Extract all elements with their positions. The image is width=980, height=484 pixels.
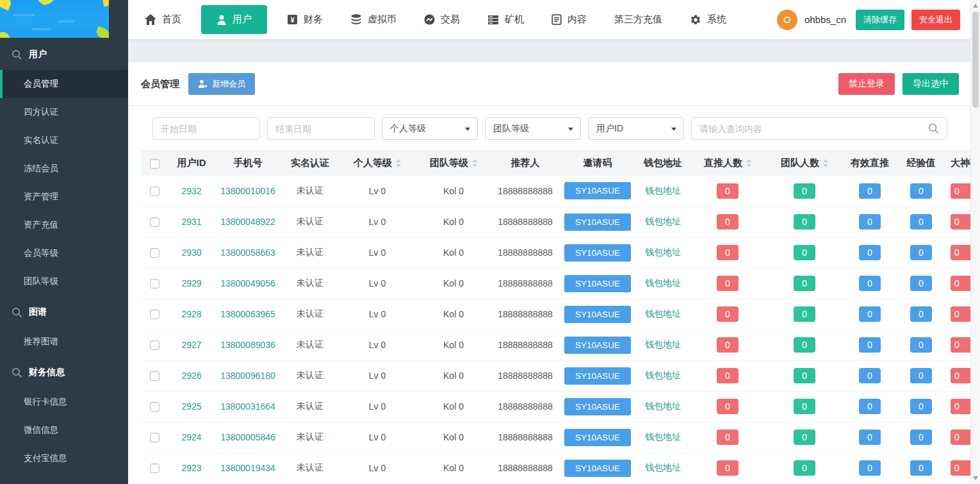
- table-row: 2929 13800049056 未认证 Lv 0 Kol 0 18888888…: [141, 268, 970, 299]
- valid-direct-badge: 0: [859, 183, 881, 199]
- row-checkbox[interactable]: [150, 371, 159, 381]
- sidebar-item-asset-recharge[interactable]: 资产充值: [0, 211, 128, 239]
- sort-icon[interactable]: [396, 159, 401, 167]
- wallet-address-link[interactable]: 钱包地址: [645, 216, 681, 226]
- row-checkbox[interactable]: [150, 433, 159, 442]
- sort-icon[interactable]: [823, 159, 828, 167]
- nav-item-virtual-currency[interactable]: 虚拟币: [343, 7, 404, 32]
- ban-login-button[interactable]: 禁止登录: [838, 73, 895, 95]
- personal-level-select[interactable]: 个人等级: [382, 117, 478, 140]
- nav-item-finance[interactable]: ¥ 财务: [279, 7, 331, 32]
- scrollbar-thumb[interactable]: [972, 12, 979, 108]
- invite-code-button[interactable]: SY10ASUE: [564, 398, 631, 415]
- user-id-link[interactable]: 2931: [181, 217, 201, 227]
- wallet-address-link[interactable]: 钱包地址: [645, 431, 681, 442]
- team-count-badge: 0: [794, 430, 815, 445]
- referrer-value: 18888888888: [498, 186, 553, 196]
- wallet-address-link[interactable]: 钱包地址: [645, 370, 681, 380]
- invite-code-button[interactable]: SY10ASUE: [564, 244, 631, 262]
- scroll-down-arrow-icon[interactable]: [973, 476, 978, 480]
- sidebar-item-referral-graph[interactable]: 推荐图谱: [0, 328, 128, 356]
- team-level-select[interactable]: 团队等级: [485, 117, 581, 140]
- wallet-address-link[interactable]: 钱包地址: [645, 185, 681, 196]
- row-checkbox[interactable]: [150, 463, 159, 473]
- add-member-button[interactable]: 新增会员: [188, 73, 255, 95]
- invite-code-button[interactable]: SY10ASUE: [564, 367, 631, 385]
- direct-count-badge: 0: [717, 214, 739, 229]
- nav-item-third-party-recharge[interactable]: 第三方充值: [607, 7, 670, 32]
- row-checkbox[interactable]: [150, 248, 159, 258]
- invite-code-button[interactable]: SY10ASUE: [564, 337, 631, 354]
- search-field-select[interactable]: 用户ID: [588, 117, 684, 140]
- select-all-checkbox[interactable]: [150, 159, 159, 169]
- miner-badge: 0: [951, 368, 970, 383]
- wallet-address-link[interactable]: 钱包地址: [645, 247, 681, 257]
- start-date-input[interactable]: [152, 117, 260, 140]
- sidebar-item-member-level[interactable]: 会员等级: [0, 239, 128, 267]
- table-row: 2923 13800019434 未认证 Lv 0 Kol 0 18888888…: [141, 453, 970, 483]
- wallet-address-link[interactable]: 钱包地址: [645, 278, 681, 288]
- team-count-badge: 0: [794, 460, 815, 476]
- nav-item-content[interactable]: 内容: [544, 7, 594, 32]
- row-checkbox[interactable]: [150, 217, 159, 227]
- nav-item-home[interactable]: 首页: [137, 7, 189, 32]
- sidebar-section-header-users[interactable]: 用户: [0, 39, 128, 70]
- nav-item-trade[interactable]: 交易: [416, 7, 468, 32]
- sidebar-item-asset-management[interactable]: 资产管理: [0, 183, 128, 211]
- avatar[interactable]: O: [777, 10, 797, 30]
- direct-count-badge: 0: [717, 245, 739, 260]
- sidebar-item-wechat-info[interactable]: 微信信息: [0, 416, 128, 444]
- sidebar-item-four-party-auth[interactable]: 四方认证: [0, 98, 128, 126]
- nav-item-system[interactable]: 系统: [682, 7, 734, 32]
- row-checkbox[interactable]: [150, 340, 159, 350]
- sidebar-item-bank-card-info[interactable]: 银行卡信息: [0, 388, 128, 416]
- sidebar-section-header-graph[interactable]: 图谱: [0, 297, 128, 328]
- row-checkbox[interactable]: [150, 187, 159, 196]
- row-checkbox[interactable]: [150, 310, 159, 319]
- user-id-link[interactable]: 2928: [181, 309, 201, 319]
- vertical-scrollbar[interactable]: [970, 0, 980, 484]
- invite-code-button[interactable]: SY10ASUE: [564, 429, 631, 446]
- user-id-link[interactable]: 2930: [181, 247, 201, 258]
- sort-icon[interactable]: [472, 159, 477, 167]
- row-checkbox[interactable]: [150, 402, 159, 412]
- wallet-address-link[interactable]: 钱包地址: [645, 401, 681, 411]
- logout-button[interactable]: 安全退出: [911, 10, 960, 30]
- sort-icon[interactable]: [746, 159, 751, 167]
- search-icon[interactable]: [928, 123, 939, 134]
- nav-item-users[interactable]: 用户: [201, 5, 267, 34]
- end-date-input[interactable]: [267, 117, 375, 140]
- table-row: 2924 13800005846 未认证 Lv 0 Kol 0 18888888…: [141, 422, 970, 453]
- miner-badge: 0: [951, 399, 970, 414]
- invite-code-button[interactable]: SY10ASUE: [564, 460, 631, 477]
- invite-code-button[interactable]: SY10ASUE: [564, 275, 631, 292]
- user-id-link[interactable]: 2926: [181, 371, 201, 381]
- sidebar-section-header-finance-info[interactable]: 财务信息: [0, 357, 128, 388]
- search-input[interactable]: [691, 117, 947, 140]
- clear-cache-button[interactable]: 清除缓存: [856, 10, 904, 30]
- sidebar-item-frozen-members[interactable]: 冻结会员: [0, 154, 128, 183]
- sidebar-item-alipay-info[interactable]: 支付宝信息: [0, 444, 128, 472]
- user-id-link[interactable]: 2925: [181, 401, 201, 412]
- wallet-address-link[interactable]: 钱包地址: [645, 339, 681, 349]
- user-id-link[interactable]: 2924: [181, 432, 201, 442]
- export-selected-button[interactable]: 导出选中: [902, 73, 959, 95]
- user-id-link[interactable]: 2929: [181, 278, 201, 288]
- sidebar-item-real-name-auth[interactable]: 实名认证: [0, 126, 128, 154]
- sidebar-item-team-level[interactable]: 团队等级: [0, 267, 128, 296]
- scroll-up-arrow-icon[interactable]: [973, 4, 978, 8]
- wallet-address-link[interactable]: 钱包地址: [645, 462, 681, 472]
- user-id-link[interactable]: 2923: [181, 463, 201, 473]
- sidebar-item-member-management[interactable]: 会员管理: [0, 70, 128, 98]
- invite-code-button[interactable]: SY10ASUE: [564, 306, 631, 323]
- invite-code-button[interactable]: SY10ASUE: [564, 182, 631, 199]
- nav-item-miner[interactable]: 矿机: [480, 7, 532, 32]
- row-checkbox[interactable]: [150, 279, 159, 288]
- table-row: 2927 13800089036 未认证 Lv 0 Kol 0 18888888…: [141, 330, 970, 360]
- user-id-link[interactable]: 2932: [181, 186, 201, 196]
- wallet-address-link[interactable]: 钱包地址: [645, 308, 681, 319]
- user-id-link[interactable]: 2927: [181, 340, 201, 350]
- invite-code-button[interactable]: SY10ASUE: [564, 213, 631, 231]
- money-icon: ¥: [287, 14, 298, 25]
- exchange-icon: [424, 14, 435, 25]
